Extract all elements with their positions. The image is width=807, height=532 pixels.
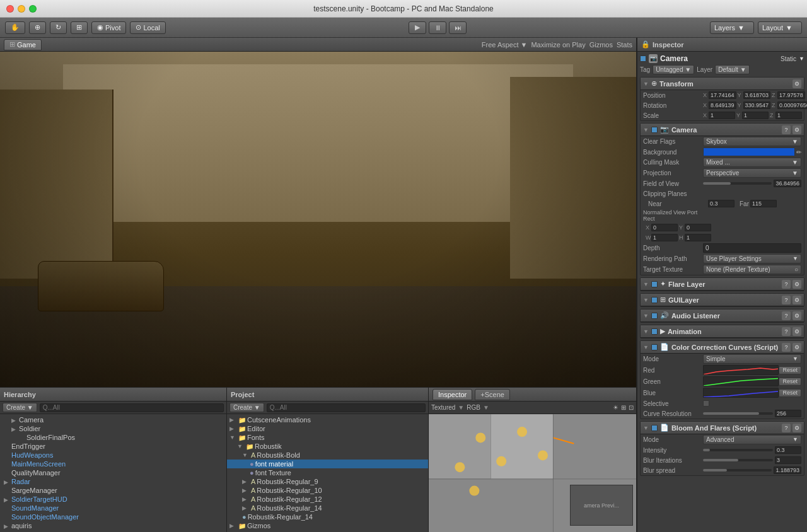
- list-item[interactable]: ▶Soldier: [0, 424, 226, 433]
- list-item[interactable]: ● font material: [227, 460, 428, 468]
- scale-y-value[interactable]: 1: [742, 112, 769, 119]
- rot-y-value[interactable]: 330.9547: [743, 101, 771, 109]
- transform-header[interactable]: ▼ ⊕ Transform ⚙: [641, 78, 804, 90]
- list-item[interactable]: ▶📁Editor: [227, 424, 428, 433]
- animation-header[interactable]: ▼ ▶ Animation ? ⚙: [641, 325, 804, 338]
- rot-x-value[interactable]: 8.649139: [709, 101, 736, 109]
- selective-checkbox[interactable]: [703, 400, 709, 407]
- layout-dropdown[interactable]: Layout ▼: [758, 21, 802, 34]
- static-dropdown-icon[interactable]: ▼: [799, 55, 804, 62]
- bloom-settings-icon[interactable]: ⚙: [792, 424, 801, 432]
- bloom-active[interactable]: [651, 425, 658, 431]
- vp-h-value[interactable]: 1: [685, 234, 711, 241]
- color-help-icon[interactable]: ?: [782, 343, 791, 352]
- blue-reset-button[interactable]: Reset: [779, 389, 801, 397]
- color-correction-header[interactable]: ▼ 📄 Color Correction Curves (Script) ? ⚙: [641, 341, 804, 354]
- list-item[interactable]: SoldierFinalPos: [0, 433, 226, 442]
- flare-header[interactable]: ▼ ✦ Flare Layer ? ⚙: [641, 278, 804, 291]
- step-button[interactable]: ⏭: [449, 21, 467, 34]
- animation-settings-icon[interactable]: ⚙: [792, 327, 801, 336]
- rendering-dropdown[interactable]: Use Player Settings ▼: [703, 254, 801, 263]
- list-item[interactable]: SoundObjectManager: [0, 512, 226, 521]
- audio-header[interactable]: ▼ 🔊 Audio Listener ? ⚙: [641, 309, 804, 322]
- audio-settings-icon[interactable]: ⚙: [792, 311, 801, 320]
- vp-y-value[interactable]: 0: [685, 224, 711, 231]
- gui-header[interactable]: ▼ ⊞ GUILayer ? ⚙: [641, 294, 804, 306]
- gui-settings-icon[interactable]: ⚙: [792, 296, 801, 304]
- bloom-mode-dropdown[interactable]: Advanced ▼: [703, 435, 801, 444]
- minimize-button[interactable]: [18, 5, 25, 13]
- red-reset-button[interactable]: Reset: [779, 366, 801, 374]
- pivot-button[interactable]: ◉ Pivot: [91, 21, 126, 34]
- tab-mini-inspector[interactable]: Inspector: [433, 389, 472, 400]
- camera-active[interactable]: [651, 127, 658, 133]
- hierarchy-search-input[interactable]: [40, 403, 224, 412]
- gizmos-toggle[interactable]: Gizmos: [589, 41, 613, 49]
- rgb-dropdown[interactable]: RGB: [467, 404, 480, 411]
- bloom-help-icon[interactable]: ?: [782, 424, 791, 432]
- blur-iterations-value[interactable]: 3: [775, 456, 801, 464]
- fov-value[interactable]: 36.84956: [774, 180, 801, 187]
- list-item[interactable]: ▶Radar: [0, 477, 226, 486]
- list-item[interactable]: ▶📁CutsceneAnimations: [227, 415, 428, 424]
- aspect-dropdown[interactable]: Free Aspect ▼: [482, 41, 528, 49]
- local-button[interactable]: ⊙ Local: [130, 21, 165, 34]
- bloom-header[interactable]: ▼ 📄 Bloom And Flares (Script) ? ⚙: [641, 422, 804, 434]
- layers-dropdown[interactable]: Layers ▼: [710, 21, 754, 34]
- close-button[interactable]: [6, 5, 14, 13]
- flare-settings-icon[interactable]: ⚙: [792, 280, 801, 289]
- depth-value[interactable]: 0: [703, 243, 801, 253]
- fov-slider[interactable]: [703, 182, 772, 185]
- vp-x-value[interactable]: 0: [651, 224, 678, 231]
- background-color-swatch[interactable]: [703, 147, 795, 156]
- list-item[interactable]: ▼📁Robustik: [227, 442, 428, 451]
- projection-dropdown[interactable]: Perspective ▼: [703, 168, 801, 178]
- tag-dropdown[interactable]: Untagged ▼: [653, 65, 694, 74]
- blur-spread-value[interactable]: 1.188793: [774, 466, 801, 474]
- intensity-slider[interactable]: [703, 449, 773, 451]
- layer-dropdown[interactable]: Default ▼: [715, 65, 749, 74]
- color-active[interactable]: [651, 344, 658, 350]
- component-settings-icon[interactable]: ⚙: [792, 79, 801, 88]
- object-active-checkbox[interactable]: [640, 55, 646, 62]
- curve-resolution-track[interactable]: [703, 412, 773, 415]
- far-value[interactable]: 115: [750, 200, 777, 207]
- camera-help-icon[interactable]: ?: [782, 125, 791, 134]
- list-item[interactable]: ▶aquiris: [0, 521, 226, 530]
- audio-active[interactable]: [651, 313, 658, 319]
- list-item[interactable]: ▶SoldierTargetHUD: [0, 495, 226, 504]
- move-tool-button[interactable]: ⊕: [29, 21, 46, 34]
- scale-tool-button[interactable]: ⊞: [71, 21, 88, 34]
- camera-settings-icon[interactable]: ⚙: [792, 125, 801, 134]
- list-item[interactable]: QualityManager: [0, 468, 226, 477]
- camera-component-header[interactable]: ▼ 📷 Camera ? ⚙: [641, 124, 804, 136]
- list-item[interactable]: ▶A Robustik-Regular_12: [227, 495, 428, 504]
- pos-z-value[interactable]: 17.97578: [777, 91, 805, 99]
- near-value[interactable]: 0.3: [708, 200, 734, 207]
- list-item[interactable]: ▼A Robustik-Bold: [227, 451, 428, 460]
- list-item[interactable]: MainMenuScreen: [0, 460, 226, 468]
- animation-help-icon[interactable]: ?: [782, 327, 791, 336]
- blue-curve-display[interactable]: [703, 388, 779, 398]
- target-dropdown[interactable]: None (Render Texture) ○: [703, 265, 801, 274]
- list-item[interactable]: ▶A Robustik-Regular_9: [227, 477, 428, 486]
- vp-w-value[interactable]: 1: [651, 234, 678, 241]
- tab-scene[interactable]: + Scene: [475, 389, 510, 400]
- scale-x-value[interactable]: 1: [709, 112, 735, 119]
- eyedropper-icon[interactable]: ✏: [796, 149, 801, 156]
- rotate-tool-button[interactable]: ↻: [50, 21, 67, 34]
- curve-resolution-value[interactable]: 256: [775, 410, 801, 417]
- intensity-value[interactable]: 0.3: [775, 446, 801, 454]
- list-item[interactable]: SoundManager: [0, 504, 226, 512]
- list-item[interactable]: ▶📁Gizmos: [227, 521, 428, 530]
- list-item[interactable]: ● Robustik-Regular_14: [227, 512, 428, 521]
- flare-help-icon[interactable]: ?: [782, 280, 791, 289]
- list-item[interactable]: ▶A Robustik-Regular_10: [227, 486, 428, 495]
- pos-x-value[interactable]: 17.74164: [709, 91, 736, 99]
- project-create-button[interactable]: Create ▼: [229, 403, 264, 412]
- green-curve-display[interactable]: [703, 376, 779, 386]
- gui-help-icon[interactable]: ?: [782, 296, 791, 304]
- color-settings-icon[interactable]: ⚙: [792, 343, 801, 352]
- list-item[interactable]: SargeManager: [0, 486, 226, 495]
- list-item[interactable]: ▶Camera: [0, 415, 226, 424]
